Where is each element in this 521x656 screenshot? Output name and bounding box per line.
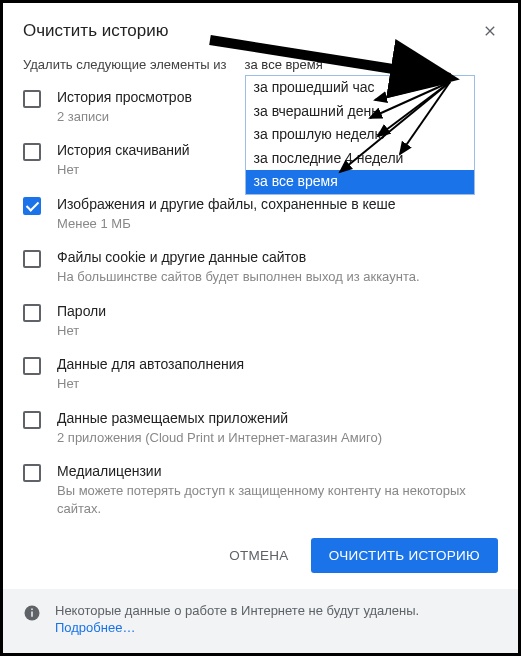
time-option[interactable]: за прошедший час <box>246 76 474 100</box>
item-sub: Вы можете потерять доступ к защищенному … <box>57 482 498 517</box>
item-title: Данные размещаемых приложений <box>57 409 382 428</box>
time-option[interactable]: за прошлую неделю <box>246 123 474 147</box>
chevron-down-icon <box>403 62 411 67</box>
list-item: Файлы cookie и другие данные сайтовНа бо… <box>19 240 502 293</box>
item-title: Изображения и другие файлы, сохраненные … <box>57 195 396 214</box>
clear-history-button[interactable]: ОЧИСТИТЬ ИСТОРИЮ <box>311 538 498 573</box>
item-title: Файлы cookie и другие данные сайтов <box>57 248 420 267</box>
info-icon <box>23 604 41 622</box>
item-sub: 2 приложения (Cloud Print и Интернет-маг… <box>57 429 382 447</box>
item-sub: Нет <box>57 375 244 393</box>
list-item: ПаролиНет <box>19 294 502 347</box>
time-range-select[interactable]: за все время за прошедший час за вчерашн… <box>245 57 498 72</box>
item-title: История скачиваний <box>57 141 190 160</box>
item-sub: 2 записи <box>57 108 192 126</box>
checkbox[interactable] <box>23 464 41 482</box>
list-item: Данные для автозаполненияНет <box>19 347 502 400</box>
footer-text: Некоторые данные о работе в Интернете не… <box>55 603 419 618</box>
item-sub: На большинстве сайтов будет выполнен вых… <box>57 268 420 286</box>
delete-label: Удалить следующие элементы из <box>23 57 227 72</box>
time-range-value: за все время <box>245 57 323 72</box>
checkbox[interactable] <box>23 250 41 268</box>
dialog-actions: ОТМЕНА ОЧИСТИТЬ ИСТОРИЮ <box>3 526 518 589</box>
time-range-row: Удалить следующие элементы из за все вре… <box>3 49 518 74</box>
list-item: Данные размещаемых приложений2 приложени… <box>19 401 502 454</box>
checkbox[interactable] <box>23 411 41 429</box>
item-title: Данные для автозаполнения <box>57 355 244 374</box>
item-title: История просмотров <box>57 88 192 107</box>
time-option[interactable]: за последние 4 недели <box>246 147 474 171</box>
checkbox[interactable] <box>23 357 41 375</box>
close-icon[interactable] <box>482 23 498 39</box>
cancel-button[interactable]: ОТМЕНА <box>215 538 303 573</box>
item-title: Пароли <box>57 302 106 321</box>
svg-rect-2 <box>31 609 33 611</box>
checkbox[interactable] <box>23 304 41 322</box>
checkbox[interactable] <box>23 90 41 108</box>
item-sub: Нет <box>57 322 106 340</box>
dialog-footer: Некоторые данные о работе в Интернете не… <box>3 589 518 653</box>
checkbox[interactable] <box>23 143 41 161</box>
checkbox[interactable] <box>23 197 41 215</box>
time-range-dropdown: за прошедший час за вчерашний день за пр… <box>245 75 475 195</box>
dialog-header: Очистить историю <box>3 3 518 49</box>
list-item: МедиалицензииВы можете потерять доступ к… <box>19 454 502 525</box>
learn-more-link[interactable]: Подробнее… <box>55 620 135 635</box>
dialog-title: Очистить историю <box>23 21 168 41</box>
item-title: Медиалицензии <box>57 462 498 481</box>
time-option-selected[interactable]: за все время <box>246 170 474 194</box>
item-sub: Менее 1 МБ <box>57 215 396 233</box>
clear-history-dialog: Очистить историю Удалить следующие элеме… <box>0 0 521 656</box>
item-sub: Нет <box>57 161 190 179</box>
time-option[interactable]: за вчерашний день <box>246 100 474 124</box>
svg-rect-1 <box>31 612 33 617</box>
